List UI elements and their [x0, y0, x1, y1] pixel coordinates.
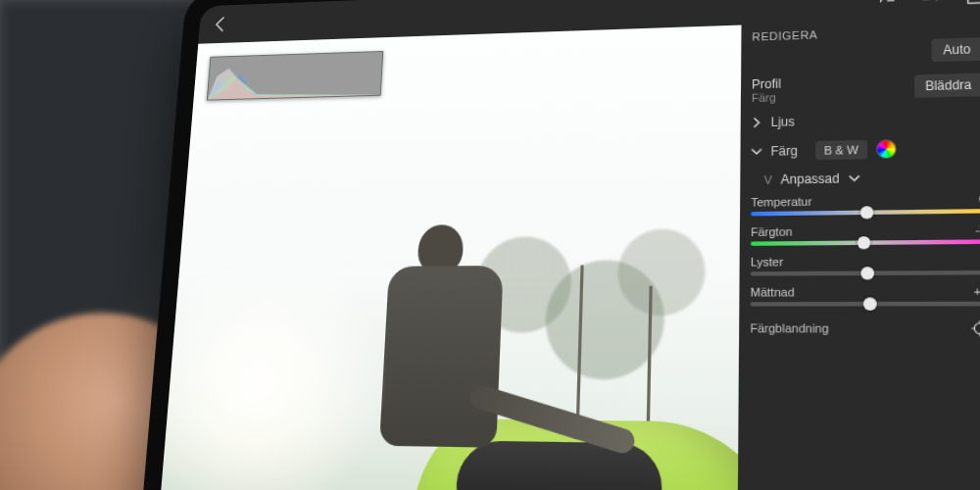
tablet-device: REDIGERA Auto Profil Färg Bläddra	[133, 0, 980, 490]
redo-icon[interactable]	[874, 0, 899, 11]
color-section-toggle[interactable]: Färg B & W	[740, 131, 980, 168]
app-screen: REDIGERA Auto Profil Färg Bläddra	[153, 0, 980, 490]
slider-knob[interactable]	[860, 206, 874, 219]
tint-slider[interactable]: Färgton -3	[740, 220, 980, 252]
slider-label: Mättnad	[751, 285, 795, 298]
temperature-slider[interactable]: Temperatur 0	[740, 189, 980, 222]
slider-knob[interactable]	[857, 236, 870, 249]
undo-icon[interactable]	[918, 0, 943, 10]
slider-value: -3	[975, 223, 980, 237]
wb-value: Anpassad	[781, 172, 840, 187]
chevron-down-icon	[752, 146, 762, 157]
edit-panel: REDIGERA Auto Profil Färg Bläddra	[737, 17, 980, 490]
profile-value: Färg	[752, 91, 781, 104]
vibrance-slider[interactable]: Lyster 0	[740, 251, 980, 283]
target-adjust-icon[interactable]	[970, 319, 980, 337]
color-wheel-icon[interactable]	[876, 139, 897, 159]
slider-knob[interactable]	[860, 267, 874, 279]
histogram[interactable]	[207, 51, 384, 101]
photo-canvas[interactable]	[153, 25, 741, 490]
white-balance-row[interactable]: V Anpassad	[740, 163, 980, 192]
back-icon[interactable]	[208, 13, 232, 36]
bw-toggle-button[interactable]: B & W	[815, 140, 867, 160]
browse-profiles-button[interactable]: Bläddra	[913, 73, 980, 97]
svg-point-2	[974, 323, 980, 334]
slider-label: Lyster	[751, 255, 783, 268]
chevron-down-icon	[849, 173, 859, 184]
saturation-slider[interactable]: Mättnad +2	[739, 281, 980, 313]
photo-sunflare	[153, 250, 396, 490]
colormix-label: Färgblandning	[750, 321, 828, 335]
share-icon[interactable]	[962, 0, 980, 8]
slider-value: +2	[973, 285, 980, 299]
slider-label: Färgton	[751, 225, 793, 239]
wb-prefix: V	[764, 173, 772, 186]
slider-label: Temperatur	[751, 195, 811, 209]
light-section-label: Ljus	[771, 115, 795, 129]
chevron-right-icon	[752, 118, 762, 128]
slider-knob[interactable]	[863, 297, 877, 311]
color-section-label: Färg	[770, 143, 797, 158]
auto-button[interactable]: Auto	[932, 37, 980, 62]
profile-label: Profil	[752, 76, 781, 91]
